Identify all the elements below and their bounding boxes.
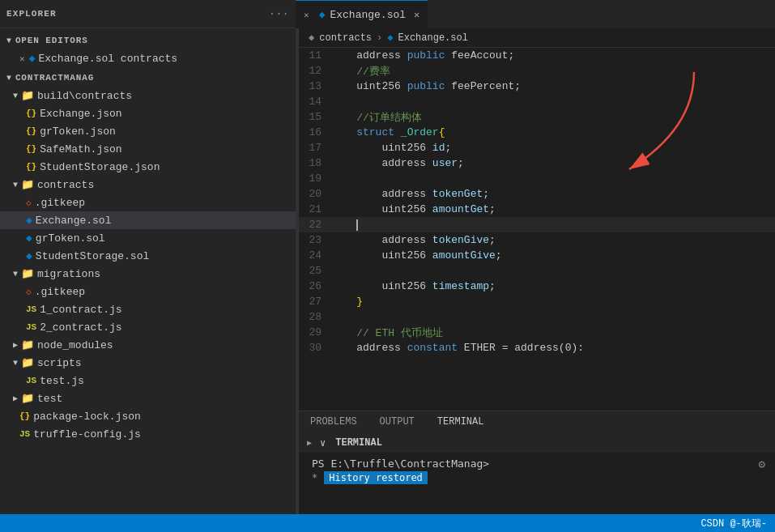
status-text: CSDN @-耿瑞-: [700, 517, 767, 530]
line-content-22: [331, 219, 358, 231]
line-content-17: uint256 id;: [331, 142, 451, 154]
tab-output[interactable]: OUTPUT: [368, 411, 426, 434]
line-num-25: 25: [299, 265, 331, 277]
exchange-sol-icon: ◆: [26, 214, 32, 227]
code-line-23: 23 address tokenGive;: [299, 232, 775, 248]
sidebar-item-studentstorage-json[interactable]: {} StudentStorage.json: [0, 158, 296, 176]
contracts-folder-label: contracts: [37, 179, 94, 191]
sidebar-item-1contract[interactable]: JS 1_contract.js: [0, 300, 296, 318]
studentstorage-json-label: StudentStorage.json: [40, 161, 160, 173]
sidebar-item-package-lock[interactable]: {} package-lock.json: [0, 407, 296, 425]
sidebar-item-test[interactable]: ▶ 📁 test: [0, 389, 296, 407]
line-content-21: uint256 amountGet;: [331, 203, 496, 215]
line-num-15: 15: [299, 111, 331, 123]
breadcrumb-sol-icon: ◆: [387, 32, 393, 44]
sidebar-item-build-contracts[interactable]: ▼ 📁 build\contracts: [0, 87, 296, 104]
contractmanag-chevron: ▼: [6, 74, 12, 83]
test-label: test: [37, 393, 62, 405]
status-bar: CSDN @-耿瑞-: [0, 514, 775, 532]
safemath-json-label: SafeMath.json: [40, 143, 121, 155]
code-line-20: 20 address tokenGet;: [299, 186, 775, 202]
migrations-chevron: ▼: [13, 270, 18, 279]
editor-area: ◆ contracts › ◆ Exchange.sol 11 address …: [299, 28, 775, 514]
tab-close-x[interactable]: ✕: [414, 9, 419, 21]
node-modules-chevron: ▶: [13, 340, 18, 350]
migrations-folder-icon: 📁: [21, 267, 34, 280]
code-line-29: 29 // ETH 代币地址: [299, 325, 775, 340]
line-num-28: 28: [299, 311, 331, 323]
line-num-21: 21: [299, 203, 331, 215]
sidebar-item-scripts[interactable]: ▼ 📁 scripts: [0, 354, 296, 372]
scripts-label: scripts: [37, 357, 82, 369]
scripts-chevron: ▼: [13, 359, 18, 368]
terminal-line-1: PS E:\Truffle\ContractManag>: [312, 456, 762, 470]
contracts-chevron: ▼: [13, 181, 18, 189]
sidebar-item-node-modules[interactable]: ▶ 📁 node_modules: [0, 336, 296, 354]
breadcrumb-contracts: contracts: [319, 32, 372, 44]
terminal-settings-icon[interactable]: ⚙: [759, 458, 765, 470]
code-line-17: 17 uint256 id;: [299, 140, 775, 155]
json-icon-5: {}: [19, 411, 30, 421]
testjs-label: test.js: [40, 375, 84, 387]
js-icon-2: JS: [26, 322, 36, 332]
build-contracts-chevron: ▼: [13, 92, 18, 100]
sidebar-item-gitkeep2[interactable]: ◇ .gitkeep: [0, 283, 296, 300]
tab-problems[interactable]: PROBLEMS: [299, 411, 368, 434]
terminal-content: ⚙ PS E:\Truffle\ContractManag> * History…: [299, 453, 775, 514]
sidebar-item-testjs[interactable]: JS test.js: [0, 372, 296, 389]
sidebar-item-safemath-json[interactable]: {} SafeMath.json: [0, 140, 296, 158]
line-content-26: uint256 timestamp;: [331, 280, 496, 292]
sidebar-item-grtoken-sol[interactable]: ◆ grToken.sol: [0, 229, 296, 247]
json-icon-2: {}: [26, 126, 36, 136]
terminal-line-2: * History restored: [312, 470, 762, 485]
sidebar-item-studentstorage-sol[interactable]: ◆ StudentStorage.sol: [0, 247, 296, 265]
open-editors-header[interactable]: ▼ OPEN EDITORS: [0, 32, 296, 49]
explorer-more-icon[interactable]: ···: [269, 7, 289, 20]
explorer-title: EXPLORER: [6, 9, 57, 19]
open-editor-exchange[interactable]: ✕ ◆ Exchange.sol contracts: [0, 49, 296, 67]
tab-bar: EXPLORER ··· ✕ ◆ Exchange.sol ✕: [0, 0, 775, 28]
sidebar-item-gitkeep1[interactable]: ◇ .gitkeep: [0, 194, 296, 211]
expand-icon[interactable]: ∨: [320, 437, 326, 449]
code-scroll[interactable]: 11 address public feeAccout; 12 //费率 13 …: [299, 48, 775, 411]
sidebar-item-grtoken-json[interactable]: {} grToken.json: [0, 122, 296, 140]
code-line-25: 25: [299, 263, 775, 279]
line-num-27: 27: [299, 296, 331, 308]
sidebar-item-exchange-json[interactable]: {} Exchange.json: [0, 104, 296, 122]
line-content-30: address constant ETHER = address(0):: [331, 342, 584, 354]
1contract-label: 1_contract.js: [40, 304, 121, 316]
grtoken-sol-label: grToken.sol: [36, 232, 105, 245]
studentstorage-sol-icon: ◆: [26, 249, 32, 262]
sidebar-item-migrations[interactable]: ▼ 📁 migrations: [0, 265, 296, 283]
line-num-16: 16: [299, 126, 331, 138]
build-contracts-label: build\contracts: [37, 90, 132, 102]
code-line-21: 21 uint256 amountGet;: [299, 202, 775, 217]
gitkeep2-label: .gitkeep: [35, 286, 85, 298]
sidebar-item-exchange-sol[interactable]: ◆ Exchange.sol: [0, 211, 296, 229]
sidebar-item-2contract[interactable]: JS 2_contract.js: [0, 318, 296, 336]
asterisk-icon: *: [312, 472, 317, 483]
exchange-sol-tab[interactable]: ✕ ◆ Exchange.sol ✕: [296, 0, 428, 28]
close-icon[interactable]: ✕: [19, 53, 25, 64]
line-num-12: 12: [299, 65, 331, 77]
tab-terminal[interactable]: TERMINAL: [426, 411, 496, 434]
sidebar-item-contracts-folder[interactable]: ▼ 📁 contracts: [0, 176, 296, 194]
exchange-json-label: Exchange.json: [40, 108, 121, 120]
sidebar-item-truffle-config[interactable]: JS truffle-config.js: [0, 425, 296, 443]
line-num-23: 23: [299, 234, 331, 246]
tab-sol-icon: ◆: [319, 8, 326, 21]
breadcrumb-icon: ◆: [309, 32, 314, 44]
line-content-11: address public feeAccout;: [331, 49, 514, 62]
line-num-26: 26: [299, 280, 331, 292]
terminal-area: ▶ ∨ TERMINAL ⚙ PS E:\Truffle\ContractMan…: [299, 433, 775, 514]
git-icon-1: ◇: [26, 198, 32, 208]
code-line-18: 18 address user;: [299, 155, 775, 171]
package-lock-label: package-lock.json: [33, 411, 141, 423]
grtoken-sol-icon: ◆: [26, 232, 32, 245]
terminal-label: TERMINAL: [335, 437, 382, 449]
json-icon-3: {}: [26, 144, 36, 154]
tab-close-icon[interactable]: ✕: [304, 10, 309, 20]
code-line-12: 12 //费率: [299, 63, 775, 79]
breadcrumb: ◆ contracts › ◆ Exchange.sol: [299, 28, 775, 48]
contractmanag-header[interactable]: ▼ CONTRACTMANAG: [0, 69, 296, 87]
